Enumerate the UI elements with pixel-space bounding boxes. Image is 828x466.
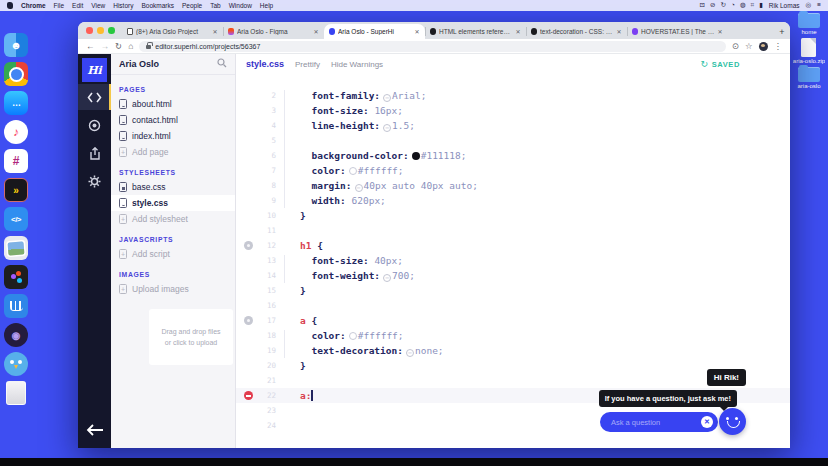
chat-smiley-button[interactable] xyxy=(719,408,746,435)
tab-close-icon[interactable]: ✕ xyxy=(212,28,217,35)
share-button[interactable] xyxy=(78,140,111,166)
code-line[interactable]: 12h1 { xyxy=(236,238,790,253)
keyboard-icon[interactable]: ⌗ xyxy=(751,2,755,9)
menu-item-file[interactable]: File xyxy=(54,2,64,9)
code-line[interactable]: 18 color:#ffffff; xyxy=(236,328,790,343)
add-item-upload-images[interactable]: Upload images xyxy=(119,281,235,297)
add-item-add-page[interactable]: Add page xyxy=(119,144,235,160)
control-center-icon[interactable]: ≡ xyxy=(817,2,821,9)
upload-dropzone[interactable]: Drag and drop filesor click to upload xyxy=(149,309,233,365)
tab-close-icon[interactable]: ✕ xyxy=(616,28,621,35)
prettify-button[interactable]: Prettify xyxy=(295,60,320,69)
bookmark-star-icon[interactable]: ☆ xyxy=(745,42,753,51)
rule-settings-icon[interactable] xyxy=(244,316,253,325)
zoom-page-icon[interactable]: ⊙ xyxy=(732,42,739,51)
tab-close-icon[interactable]: ✕ xyxy=(313,28,318,35)
code-line[interactable]: 3 font-size: 16px; xyxy=(236,103,790,118)
code-line[interactable]: 4 line-height:−1.5; xyxy=(236,118,790,133)
shield-icon[interactable]: ⊘ xyxy=(710,2,715,9)
code-line[interactable]: 17a { xyxy=(236,313,790,328)
tab-close-icon[interactable]: ✕ xyxy=(717,28,722,35)
intercom-icon[interactable] xyxy=(4,294,28,318)
code-line[interactable]: 8 margin:−40px auto 40px auto; xyxy=(236,178,790,193)
code-line[interactable]: 6 background-color:#111118; xyxy=(236,148,790,163)
code-line[interactable]: 16 xyxy=(236,298,790,313)
color-swatch-white[interactable] xyxy=(349,167,357,175)
browser-tab[interactable]: (8+) Aria Oslo Project✕ xyxy=(122,24,223,39)
collapse-toggle-icon[interactable]: − xyxy=(355,184,363,192)
spotlight-icon[interactable]: ◎ xyxy=(806,2,812,9)
settings-button[interactable] xyxy=(78,168,111,194)
apple-icon[interactable] xyxy=(7,2,13,9)
code-line[interactable]: 13 font-size: 40px; xyxy=(236,253,790,268)
chat-close-button[interactable]: ✕ xyxy=(701,416,713,428)
chat-input[interactable]: Ask a question ✕ xyxy=(600,412,718,432)
menu-item-view[interactable]: View xyxy=(91,2,105,9)
file-item-style.css[interactable]: style.css xyxy=(111,195,235,211)
clock-icon[interactable]: ◔ xyxy=(731,2,735,9)
chrome-icon[interactable] xyxy=(4,62,28,86)
slack-icon[interactable]: # xyxy=(4,149,28,173)
code-line[interactable]: 10} xyxy=(236,208,790,223)
collapse-toggle-icon[interactable]: − xyxy=(406,349,414,357)
add-item-add-script[interactable]: Add script xyxy=(119,246,235,262)
menu-item-tab[interactable]: Tab xyxy=(210,2,220,9)
search-icon[interactable] xyxy=(217,58,227,70)
hide-warnings-button[interactable]: Hide Warnings xyxy=(331,60,383,69)
tab-close-icon[interactable]: ✕ xyxy=(515,28,520,35)
menu-item-chrome[interactable]: Chrome xyxy=(21,2,46,9)
desktop-icon-aria-oslo.zip[interactable]: aria-oslo.zip xyxy=(793,38,825,64)
back-nav-button[interactable]: ← xyxy=(86,42,95,51)
messages-icon[interactable]: … xyxy=(4,91,28,115)
back-to-dashboard-button[interactable] xyxy=(78,422,111,440)
file-item-contact.html[interactable]: contact.html xyxy=(119,112,235,128)
superhi-logo[interactable]: Hi xyxy=(82,58,107,82)
menu-item-bookmarks[interactable]: Bookmarks xyxy=(141,2,174,9)
error-icon[interactable] xyxy=(244,391,253,400)
code-line[interactable]: 5 xyxy=(236,133,790,148)
display-icon[interactable]: ⊡ xyxy=(700,2,705,9)
terminal-icon[interactable]: » xyxy=(4,178,28,202)
trash-icon[interactable] xyxy=(6,381,26,405)
file-item-index.html[interactable]: index.html xyxy=(119,128,235,144)
code-line[interactable]: 15} xyxy=(236,283,790,298)
forward-nav-button[interactable]: → xyxy=(101,42,110,51)
collapse-toggle-icon[interactable]: − xyxy=(383,124,391,132)
browser-tab[interactable]: HTML elements reference - HT…✕ xyxy=(425,24,526,39)
browser-tab[interactable]: Aria Oslo - SuperHi✕ xyxy=(324,24,425,39)
home-button[interactable]: ⌂ xyxy=(128,42,133,51)
profile-avatar[interactable] xyxy=(759,42,768,51)
color-swatch-dark[interactable] xyxy=(412,152,420,160)
desktop-icon-aria-oslo[interactable]: aria-oslo xyxy=(797,67,820,89)
add-item-add-stylesheet[interactable]: Add stylesheet xyxy=(119,211,235,227)
menu-item-history[interactable]: History xyxy=(113,2,133,9)
file-item-base.css[interactable]: base.css xyxy=(119,179,235,195)
preview-button[interactable] xyxy=(78,112,111,138)
minimize-window-button[interactable] xyxy=(97,27,104,34)
code-line[interactable]: 11 xyxy=(236,223,790,238)
code-line[interactable]: 7 color:#ffffff; xyxy=(236,163,790,178)
preview-icon[interactable] xyxy=(4,236,28,260)
tab-close-icon[interactable]: ✕ xyxy=(414,28,419,35)
close-window-button[interactable] xyxy=(86,27,93,34)
desktop-icon-home[interactable]: home xyxy=(798,13,820,35)
color-swatch-white[interactable] xyxy=(349,332,357,340)
code-line[interactable]: 14 font-weight:−700; xyxy=(236,268,790,283)
music-icon[interactable]: ♪ xyxy=(4,120,28,144)
finder-icon[interactable]: ☻ xyxy=(4,33,28,57)
file-item-about.html[interactable]: about.html xyxy=(119,96,235,112)
menu-username[interactable]: Rik Lomas xyxy=(769,2,800,9)
browser-tab[interactable]: HOVERSTAT.ES | The home of …✕ xyxy=(627,24,728,39)
maximize-window-button[interactable] xyxy=(108,27,115,34)
new-tab-button[interactable]: + xyxy=(774,24,790,39)
browser-tab[interactable]: Aria Oslo - Figma✕ xyxy=(223,24,324,39)
sync-icon[interactable]: ↻ xyxy=(721,2,726,9)
browser-menu-icon[interactable]: ⋮ xyxy=(774,42,783,51)
collapse-toggle-icon[interactable]: − xyxy=(383,94,391,102)
code-line[interactable]: 9 width: 620px; xyxy=(236,193,790,208)
vscode-icon[interactable]: </> xyxy=(4,207,28,231)
rule-settings-icon[interactable] xyxy=(244,241,253,250)
menu-item-window[interactable]: Window xyxy=(229,2,252,9)
figma-icon[interactable] xyxy=(4,265,28,289)
menu-item-people[interactable]: People xyxy=(182,2,202,9)
